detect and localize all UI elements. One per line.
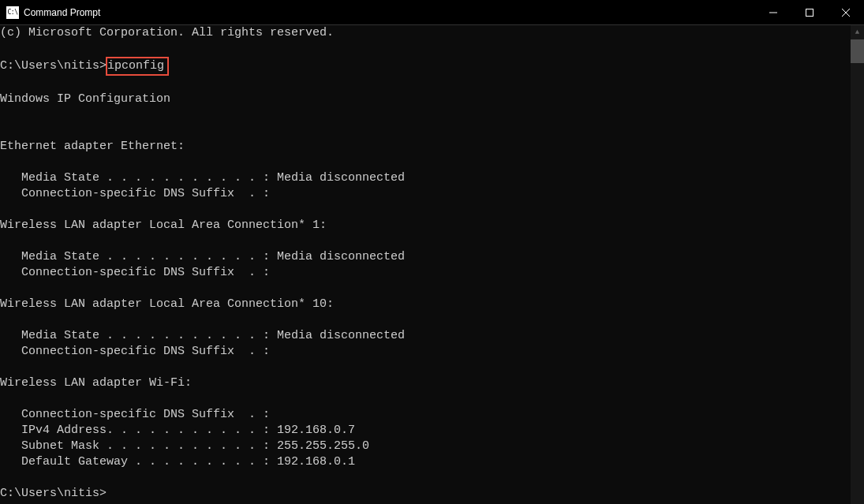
terminal-line: Ethernet adapter Ethernet: [0, 139, 851, 155]
terminal-content[interactable]: (c) Microsoft Corporation. All rights re… [0, 25, 851, 504]
scroll-thumb[interactable] [851, 39, 864, 63]
terminal-line: IPv4 Address. . . . . . . . . . . : 192.… [0, 423, 851, 439]
prompt-path: C:\Users\nitis> [0, 59, 107, 73]
terminal-line [0, 155, 851, 170]
terminal-line [0, 281, 851, 297]
minimize-button[interactable] [755, 0, 791, 24]
window-controls [755, 0, 864, 24]
terminal-line: Connection-specific DNS Suffix . : [0, 265, 851, 281]
command-text: ipconfig [107, 59, 164, 73]
terminal-line [0, 107, 851, 123]
terminal-line: Connection-specific DNS Suffix . : [0, 186, 851, 202]
terminal-line: Media State . . . . . . . . . . . : Medi… [0, 249, 851, 265]
close-button[interactable] [828, 0, 864, 24]
title-left: C:\ Command Prompt [6, 6, 100, 19]
terminal-line: Media State . . . . . . . . . . . : Medi… [0, 328, 851, 344]
terminal-line [0, 41, 851, 57]
scrollbar[interactable]: ▲ [851, 25, 864, 504]
terminal-line [0, 470, 851, 486]
adapter-detail: Media State . . . . . . . . . . . : Medi… [0, 250, 405, 263]
prompt-line: C:\Users\nitis>ipconfig [0, 57, 851, 76]
terminal-line: Windows IP Configuration [0, 91, 851, 107]
terminal-line: Wireless LAN adapter Local Area Connecti… [0, 297, 851, 312]
cmd-icon: C:\ [6, 6, 19, 19]
adapter-detail: Connection-specific DNS Suffix . : [0, 408, 270, 421]
ipconfig-heading: Windows IP Configuration [0, 92, 170, 106]
terminal-line [0, 233, 851, 249]
adapter-title: Wireless LAN adapter Wi-Fi: [0, 376, 192, 390]
terminal-line: (c) Microsoft Corporation. All rights re… [0, 25, 851, 41]
adapter-detail: Connection-specific DNS Suffix . : [0, 345, 270, 358]
terminal-line [0, 76, 851, 91]
scroll-up-icon[interactable]: ▲ [851, 25, 864, 39]
terminal-line [0, 202, 851, 218]
adapter-detail: IPv4 Address. . . . . . . . . . . : 192.… [0, 424, 355, 437]
terminal-line [0, 391, 851, 407]
command-highlight: ipconfig [106, 57, 169, 76]
terminal-line: Wireless LAN adapter Wi-Fi: [0, 375, 851, 391]
adapter-detail: Media State . . . . . . . . . . . : Medi… [0, 329, 405, 342]
adapter-detail: Connection-specific DNS Suffix . : [0, 266, 270, 279]
svg-rect-1 [806, 9, 814, 16]
maximize-button[interactable] [791, 0, 828, 24]
terminal-area: (c) Microsoft Corporation. All rights re… [0, 25, 864, 504]
copyright-text: (c) Microsoft Corporation. All rights re… [0, 26, 334, 39]
title-bar: C:\ Command Prompt [0, 0, 864, 25]
terminal-line: Connection-specific DNS Suffix . : [0, 344, 851, 360]
adapter-detail: Subnet Mask . . . . . . . . . . . : 255.… [0, 439, 369, 453]
prompt-path: C:\Users\nitis> [0, 487, 107, 500]
adapter-title: Wireless LAN adapter Local Area Connecti… [0, 297, 334, 311]
adapter-title: Wireless LAN adapter Local Area Connecti… [0, 218, 327, 232]
adapter-title: Ethernet adapter Ethernet: [0, 140, 185, 153]
terminal-line [0, 123, 851, 139]
terminal-line: Wireless LAN adapter Local Area Connecti… [0, 218, 851, 233]
terminal-line: C:\Users\nitis> [0, 486, 851, 502]
terminal-line [0, 360, 851, 375]
terminal-line: Subnet Mask . . . . . . . . . . . : 255.… [0, 439, 851, 454]
adapter-detail: Default Gateway . . . . . . . . . : 192.… [0, 455, 355, 469]
terminal-line: Default Gateway . . . . . . . . . : 192.… [0, 454, 851, 470]
terminal-line: Connection-specific DNS Suffix . : [0, 407, 851, 423]
adapter-detail: Media State . . . . . . . . . . . : Medi… [0, 171, 405, 185]
terminal-line [0, 312, 851, 328]
terminal-line: Media State . . . . . . . . . . . : Medi… [0, 170, 851, 186]
window-title: Command Prompt [24, 7, 100, 18]
adapter-detail: Connection-specific DNS Suffix . : [0, 187, 270, 200]
